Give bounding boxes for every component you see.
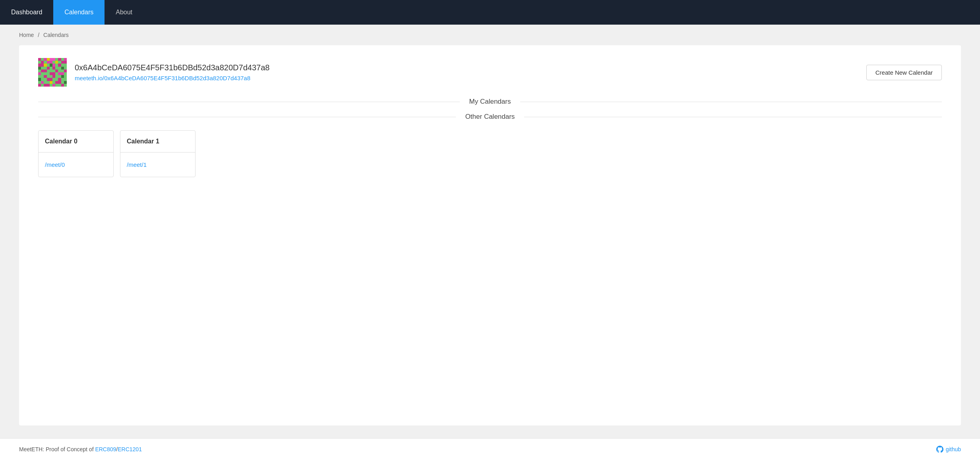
- svg-rect-20: [41, 70, 46, 72]
- profile-link[interactable]: meeteth.io/0x6A4bCeDA6075E4F5F31b6DBd52d…: [75, 75, 250, 81]
- divider-line-right: [520, 102, 942, 102]
- svg-rect-37: [44, 84, 49, 87]
- svg-rect-31: [58, 78, 61, 81]
- svg-rect-5: [64, 58, 67, 61]
- svg-rect-1: [38, 58, 41, 61]
- svg-rect-6: [41, 61, 44, 64]
- svg-rect-39: [61, 84, 64, 87]
- svg-rect-28: [61, 75, 64, 78]
- svg-rect-14: [44, 64, 46, 66]
- svg-rect-24: [50, 72, 55, 75]
- svg-rect-10: [52, 64, 55, 66]
- calendar-card[interactable]: Calendar 1 /meet/1: [120, 130, 196, 177]
- svg-rect-7: [47, 61, 52, 64]
- profile-row: 0x6A4bCeDA6075E4F5F31b6DBd52d3a820D7d437…: [38, 58, 942, 87]
- breadcrumb: Home / Calendars: [0, 25, 980, 45]
- navbar: Dashboard Calendars About: [0, 0, 980, 25]
- svg-rect-12: [47, 58, 50, 61]
- svg-rect-3: [50, 58, 55, 61]
- svg-rect-30: [47, 78, 52, 81]
- calendar-card-link[interactable]: /meet/0: [39, 153, 113, 177]
- other-divider-line-right: [524, 117, 942, 117]
- main-card: 0x6A4bCeDA6075E4F5F31b6DBd52d3a820D7d437…: [19, 45, 961, 425]
- svg-rect-16: [38, 67, 41, 70]
- other-divider-line-left: [38, 117, 456, 117]
- svg-rect-17: [47, 67, 50, 70]
- github-icon: [936, 446, 943, 453]
- svg-rect-21: [55, 70, 58, 72]
- svg-rect-13: [55, 61, 58, 64]
- avatar: [38, 58, 67, 87]
- breadcrumb-current: Calendars: [43, 32, 69, 38]
- svg-rect-29: [38, 78, 41, 81]
- footer-left: MeetETH: Proof of Concept of ERC809/ERC1…: [19, 446, 142, 452]
- footer-erc809-link[interactable]: ERC809: [95, 446, 116, 452]
- breadcrumb-home[interactable]: Home: [19, 32, 34, 38]
- svg-rect-25: [58, 72, 64, 75]
- footer: MeetETH: Proof of Concept of ERC809/ERC1…: [0, 438, 980, 460]
- other-calendars-divider: Other Calendars: [38, 113, 942, 121]
- nav-dashboard[interactable]: Dashboard: [0, 0, 53, 25]
- svg-rect-36: [38, 84, 41, 87]
- svg-rect-9: [38, 64, 44, 66]
- profile-left: 0x6A4bCeDA6075E4F5F31b6DBd52d3a820D7d437…: [38, 58, 269, 87]
- svg-rect-33: [50, 81, 52, 84]
- calendar-card[interactable]: Calendar 0 /meet/0: [38, 130, 114, 177]
- calendar-card-link[interactable]: /meet/1: [120, 153, 195, 177]
- profile-address: 0x6A4bCeDA6075E4F5F31b6DBd52d3a820D7d437…: [75, 63, 269, 72]
- github-link[interactable]: github: [946, 446, 961, 452]
- svg-rect-27: [52, 75, 55, 78]
- svg-rect-26: [44, 75, 46, 78]
- svg-rect-38: [52, 84, 55, 87]
- footer-prefix: MeetETH: Proof of Concept of: [19, 446, 95, 452]
- my-calendars-title: My Calendars: [460, 98, 521, 106]
- profile-info: 0x6A4bCeDA6075E4F5F31b6DBd52d3a820D7d437…: [75, 63, 269, 82]
- create-calendar-button[interactable]: Create New Calendar: [866, 65, 942, 80]
- calendar-card-title: Calendar 0: [39, 131, 113, 153]
- svg-rect-8: [61, 61, 67, 64]
- breadcrumb-separator: /: [38, 32, 39, 38]
- svg-rect-18: [52, 67, 55, 70]
- calendar-card-title: Calendar 1: [120, 131, 195, 153]
- svg-rect-11: [58, 64, 61, 66]
- svg-rect-22: [64, 70, 67, 72]
- svg-rect-19: [61, 67, 64, 70]
- svg-rect-15: [50, 64, 52, 66]
- footer-right: github: [936, 446, 961, 453]
- nav-about[interactable]: About: [105, 0, 143, 25]
- footer-erc1201-link[interactable]: ERC1201: [118, 446, 142, 452]
- other-calendars-title: Other Calendars: [456, 113, 525, 121]
- calendar-grid: Calendar 0 /meet/0 Calendar 1 /meet/1: [38, 130, 942, 177]
- nav-calendars[interactable]: Calendars: [53, 0, 105, 25]
- svg-rect-4: [58, 58, 61, 61]
- svg-rect-23: [38, 72, 41, 75]
- divider-line-left: [38, 102, 460, 102]
- svg-rect-35: [64, 81, 67, 84]
- svg-rect-34: [55, 81, 61, 84]
- svg-rect-32: [41, 81, 44, 84]
- svg-rect-2: [44, 58, 46, 61]
- my-calendars-divider: My Calendars: [38, 98, 942, 106]
